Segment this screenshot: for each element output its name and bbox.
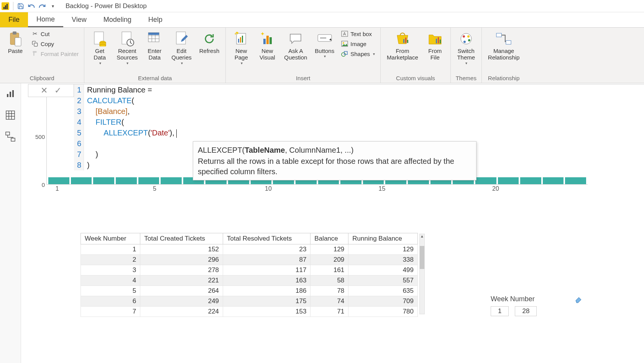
redo-icon[interactable]: [38, 2, 46, 10]
svg-rect-49: [10, 92, 11, 97]
new-page-button[interactable]: ✦ New Page: [230, 29, 253, 67]
slicer-to-value[interactable]: 28: [515, 306, 537, 316]
svg-rect-39: [438, 37, 439, 43]
manage-relationships-button[interactable]: Manage Relationship: [486, 29, 522, 63]
data-table: Week NumberTotal Created TicketsTotal Re…: [80, 233, 418, 317]
recent-sources-button[interactable]: Recent Sources: [114, 29, 140, 67]
table-cell: 117: [223, 265, 310, 276]
table-header[interactable]: Total Created Tickets: [140, 233, 223, 244]
switch-theme-label: Switch Theme: [457, 48, 475, 61]
report-view-icon[interactable]: [5, 88, 16, 99]
left-nav: [0, 83, 21, 363]
commit-formula-icon[interactable]: ✓: [54, 86, 61, 96]
dax-editor[interactable]: 1Running Balance = 2CALCULATE( 3 [Balanc…: [74, 84, 644, 170]
save-icon[interactable]: [16, 2, 25, 10]
svg-rect-2: [15, 38, 21, 46]
themes-group-label: Themes: [455, 74, 478, 83]
tooltip-signature: ALLEXCEPT(TableName, ColumnName1, ...): [198, 145, 472, 155]
refresh-button[interactable]: Refresh: [197, 29, 222, 56]
tab-modeling[interactable]: Modeling: [95, 12, 140, 27]
shapes-button[interactable]: Shapes: [340, 49, 376, 58]
enter-data-button[interactable]: Enter Data: [143, 29, 166, 63]
enter-data-icon: [146, 31, 163, 47]
table-header[interactable]: Running Balance: [348, 233, 418, 244]
table-row[interactable]: 624917574709: [81, 296, 418, 307]
refresh-label: Refresh: [199, 48, 220, 54]
get-data-label: Get Data: [94, 48, 106, 61]
new-visual-button[interactable]: ✦ New Visual: [256, 29, 279, 63]
week-number-slicer[interactable]: Week Number 1 28: [491, 295, 571, 316]
from-marketplace-button[interactable]: From Marketplace: [384, 29, 421, 63]
table-cell: 709: [348, 296, 418, 307]
table-header[interactable]: Balance: [310, 233, 348, 244]
tab-view[interactable]: View: [63, 12, 95, 27]
switch-theme-button[interactable]: Switch Theme: [455, 29, 478, 67]
table-row[interactable]: 422116358557: [81, 276, 418, 286]
from-file-button[interactable]: From File: [424, 29, 447, 63]
paste-button[interactable]: Paste: [4, 29, 27, 56]
content-area: 1000 500 0 1 5 10 15 20 ✕ ✓ 1Running Bal…: [0, 83, 644, 363]
table-row[interactable]: 3278117161499: [81, 265, 418, 276]
get-data-button[interactable]: Get Data: [88, 29, 111, 67]
text-cursor: [176, 129, 177, 138]
tab-home[interactable]: Home: [28, 12, 63, 27]
menu-bar: File Home View Modeling Help: [0, 12, 644, 28]
svg-rect-24: [266, 36, 269, 44]
qat-dropdown-icon[interactable]: ▾: [49, 2, 57, 10]
buttons-label: Buttons: [315, 48, 334, 54]
format-painter-button[interactable]: Format Painter: [30, 49, 80, 58]
undo-icon[interactable]: [27, 2, 36, 10]
new-page-label: New Page: [235, 48, 248, 61]
textbox-icon: A: [341, 30, 348, 37]
svg-rect-35: [403, 39, 404, 43]
table-cell: 129: [348, 244, 418, 255]
tab-file[interactable]: File: [0, 12, 28, 27]
data-view-icon[interactable]: [5, 109, 16, 121]
image-button[interactable]: Image: [340, 39, 376, 48]
image-icon: [341, 40, 348, 47]
format-painter-icon: [31, 50, 38, 57]
svg-rect-46: [496, 33, 501, 37]
textbox-button[interactable]: A Text box: [340, 29, 376, 38]
slicer-from-value[interactable]: 1: [491, 306, 509, 316]
model-view-icon[interactable]: [5, 131, 16, 142]
scroll-thumb[interactable]: [420, 246, 424, 269]
chart-bar: [161, 177, 182, 184]
copy-button[interactable]: Copy: [30, 39, 80, 48]
buttons-button[interactable]: Buttons: [312, 29, 337, 60]
table-visual[interactable]: Week NumberTotal Created TicketsTotal Re…: [80, 233, 418, 317]
svg-point-32: [343, 42, 344, 44]
recent-sources-label: Recent Sources: [117, 48, 138, 61]
table-cell: 224: [140, 307, 223, 317]
cancel-formula-icon[interactable]: ✕: [41, 86, 48, 96]
cut-button[interactable]: ✂ Cut: [30, 29, 80, 38]
y-tick-0: 0: [42, 182, 45, 188]
svg-rect-23: [263, 39, 266, 44]
ribbon-group-clipboard: Paste ✂ Cut Copy Format Painter: [0, 28, 84, 83]
table-cell: 4: [81, 276, 140, 286]
table-row[interactable]: 115223129129: [81, 244, 418, 255]
svg-rect-40: [440, 40, 441, 43]
table-cell: 264: [140, 286, 223, 296]
table-scrollbar[interactable]: ▲: [419, 234, 425, 314]
table-row[interactable]: 526418678635: [81, 286, 418, 296]
ribbon: Paste ✂ Cut Copy Format Painter: [0, 28, 644, 83]
table-header[interactable]: Week Number: [81, 233, 140, 244]
table-cell: 635: [348, 286, 418, 296]
table-cell: 296: [140, 255, 223, 265]
table-header[interactable]: Total Resolved Tickets: [223, 233, 310, 244]
svg-text:A: A: [343, 31, 346, 36]
slicer-eraser-icon[interactable]: [574, 295, 583, 304]
report-canvas[interactable]: 1000 500 0 1 5 10 15 20 ✕ ✓ 1Running Bal…: [21, 83, 644, 363]
table-row[interactable]: 722415371780: [81, 307, 418, 317]
tab-help[interactable]: Help: [140, 12, 171, 27]
chart-x-axis: 1 5 10 15 20: [46, 185, 588, 195]
edit-queries-button[interactable]: Edit Queries: [169, 29, 194, 67]
svg-rect-36: [405, 38, 406, 43]
chart-bar: [475, 177, 496, 184]
table-cell: 249: [140, 296, 223, 307]
scroll-up-icon[interactable]: ▲: [420, 234, 424, 238]
ask-question-button[interactable]: Ask A Question: [282, 29, 309, 63]
table-row[interactable]: 229687209338: [81, 255, 418, 265]
table-cell: 7: [81, 307, 140, 317]
